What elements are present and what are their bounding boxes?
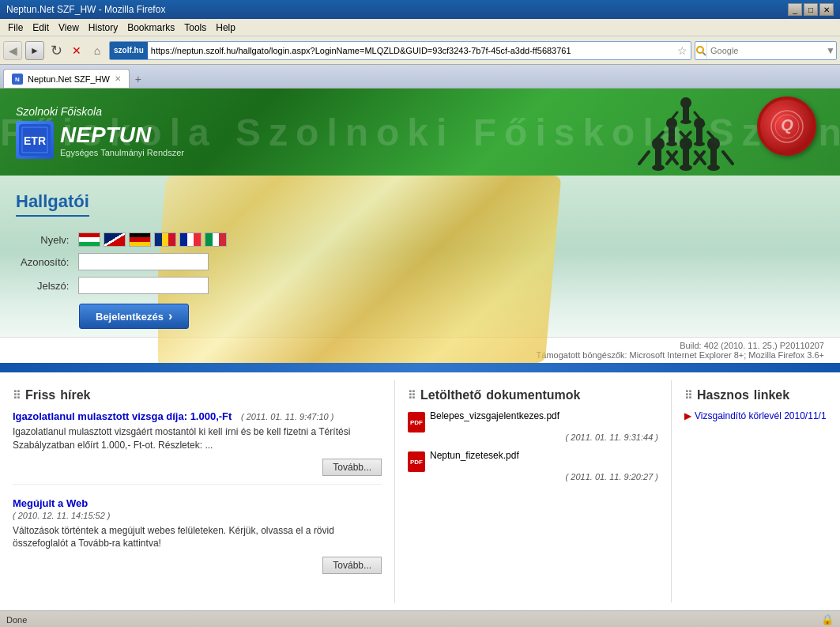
- svg-line-10: [639, 152, 649, 164]
- wave-divider: [0, 363, 840, 372]
- news-item-1: Igazolatlanul mulasztott vizsga díja: 1.…: [13, 410, 382, 485]
- doc-1-name[interactable]: Belepes_vizsgajelentkezes.pdf: [430, 410, 559, 423]
- news-section-title: ⠿ Friss hírek: [13, 388, 382, 402]
- flag-it[interactable]: [205, 232, 227, 247]
- new-tab-button[interactable]: +: [130, 70, 147, 88]
- news-item-2-date: ( 2010. 12. 11. 14:15:52 ): [13, 511, 111, 520]
- menu-help[interactable]: Help: [211, 21, 240, 35]
- svg-rect-28: [696, 127, 703, 144]
- header-banner: Főiskola Szolnoki Főiskola Szolnoki Főis…: [0, 89, 840, 176]
- azonosito-input[interactable]: [78, 253, 209, 270]
- docs-section-title: ⠿ Letölthető dokumentumok: [408, 388, 658, 402]
- url-badge: szolf.hu: [110, 42, 148, 59]
- main-content: Főiskola Szolnoki Főiskola Szolnoki Főis…: [0, 89, 840, 610]
- back-button[interactable]: ◀: [3, 41, 22, 60]
- flag-fr[interactable]: [179, 232, 202, 247]
- doc-item-1: PDF Belepes_vizsgajelentkezes.pdf ( 2011…: [408, 410, 658, 442]
- docs-icon: ⠿: [408, 389, 416, 402]
- close-button[interactable]: ✕: [819, 3, 834, 16]
- svg-point-0: [697, 47, 703, 53]
- news-title-plain: Friss: [25, 388, 55, 402]
- tab-close-button[interactable]: ✕: [115, 74, 121, 83]
- links-section-title: ⠿ Hasznos linkek: [684, 388, 827, 402]
- news-item-2-more-button[interactable]: Tovább...: [322, 557, 382, 574]
- doc-item-2: PDF Neptun_fizetesek.pdf ( 2011. 01. 11.…: [408, 450, 658, 482]
- jelszo-cell: [73, 274, 232, 297]
- svg-rect-18: [710, 148, 717, 168]
- jelszo-row: Jelszó:: [16, 274, 232, 297]
- login-button-label: Bejelentkezés: [96, 311, 164, 323]
- url-bar: szolf.hu ☆: [109, 41, 691, 60]
- search-input[interactable]: [707, 46, 823, 55]
- bottom-content: ⠿ Friss hírek Igazolatlanul mulasztott v…: [0, 372, 840, 610]
- svg-line-21: [723, 152, 733, 164]
- svg-point-9: [652, 138, 665, 150]
- doc-1-date: ( 2011. 01. 11. 9:31:44 ): [408, 432, 658, 442]
- flag-uk[interactable]: [104, 232, 126, 247]
- active-tab[interactable]: N Neptun.Net SZF_HW ✕: [3, 69, 130, 88]
- url-input[interactable]: [148, 46, 674, 55]
- news-item-1-more-button[interactable]: Tovább...: [322, 459, 382, 476]
- news-item-2-title[interactable]: Megújult a Web: [13, 497, 88, 509]
- neptun-logo: ETR NEPTUN Egységes Tanulmányi Rendszer: [16, 121, 184, 159]
- login-form-area: Hallgatói Nyelv:: [16, 191, 379, 329]
- people-figure-icon: [635, 89, 761, 176]
- bookmark-star-icon[interactable]: ☆: [674, 44, 691, 57]
- menu-tools[interactable]: Tools: [179, 21, 211, 35]
- home-button[interactable]: ⌂: [89, 42, 106, 59]
- lock-icon: 🔒: [821, 614, 834, 625]
- login-title: Hallgatói: [16, 191, 89, 217]
- flag-ro[interactable]: [154, 232, 176, 247]
- neptun-logo-icon: ETR: [16, 121, 54, 159]
- svg-rect-23: [669, 127, 675, 144]
- menu-bar: File Edit View History Bookmarks Tools H…: [0, 19, 840, 36]
- neptun-title: NEPTUN: [60, 123, 184, 148]
- search-go-icon[interactable]: ▼: [823, 45, 838, 56]
- stop-button[interactable]: ✕: [68, 42, 85, 59]
- menu-edit[interactable]: Edit: [28, 21, 54, 35]
- menu-file[interactable]: File: [3, 21, 28, 35]
- azonosito-cell: [73, 250, 232, 274]
- azonosito-row: Azonosító:: [16, 250, 232, 274]
- doc-2-name[interactable]: Neptun_fizetesek.pdf: [430, 450, 519, 463]
- svg-rect-13: [683, 148, 689, 168]
- flag-de[interactable]: [129, 232, 151, 247]
- forward-button[interactable]: ►: [25, 41, 44, 60]
- logo-area: Szolnoki Főiskola ETR NEPTUN Egységes Ta…: [0, 97, 200, 167]
- link-1-label: Vizsgaindító körlevél 2010/11/1: [695, 410, 827, 421]
- menu-view[interactable]: View: [54, 21, 84, 35]
- svg-text:N: N: [15, 76, 20, 83]
- news-item-1-title[interactable]: Igazolatlanul mulasztott vizsga díja: 1.…: [13, 410, 232, 422]
- menu-bookmarks[interactable]: Bookmarks: [122, 21, 179, 35]
- news-title-bold: hírek: [60, 388, 90, 402]
- doc-1-row: PDF Belepes_vizsgajelentkezes.pdf: [408, 410, 658, 432]
- news-section: ⠿ Friss hírek Igazolatlanul mulasztott v…: [0, 380, 395, 602]
- links-icon: ⠿: [684, 389, 692, 402]
- menu-history[interactable]: History: [84, 21, 122, 35]
- login-button[interactable]: Bejelentkezés ›: [79, 304, 189, 329]
- window-title: Neptun.Net SZF_HW - Mozilla Firefox: [6, 4, 165, 15]
- refresh-button[interactable]: ↻: [47, 42, 65, 59]
- tab-label: Neptun.Net SZF_HW: [28, 74, 110, 84]
- docs-title-plain: Letölthető: [420, 388, 481, 402]
- maximize-button[interactable]: □: [804, 3, 818, 16]
- links-section: ⠿ Hasznos linkek ▶ Vizsgaindító körlevél…: [672, 380, 840, 602]
- docs-title-bold: dokumentumok: [486, 388, 580, 402]
- jelszo-input[interactable]: [78, 277, 209, 294]
- minimize-button[interactable]: _: [788, 3, 802, 16]
- link-item-1[interactable]: ▶ Vizsgaindító körlevél 2010/11/1: [684, 410, 827, 421]
- nyelv-label: Nyelv:: [16, 229, 73, 250]
- tab-bar: N Neptun.Net SZF_HW ✕ +: [0, 65, 840, 89]
- doc-2-date: ( 2011. 01. 11. 9:20:27 ): [408, 472, 658, 482]
- neptun-subtitle: Egységes Tanulmányi Rendszer: [60, 148, 184, 157]
- flag-hu[interactable]: [78, 232, 100, 247]
- flag-cell: [73, 229, 232, 250]
- login-form: Nyelv:: [16, 229, 232, 297]
- links-title-plain: Hasznos: [697, 388, 749, 402]
- language-row: Nyelv:: [16, 229, 232, 250]
- news-item-1-text: Igazolatlanul mulasztott vizsgáért mosta…: [13, 425, 382, 452]
- page-body: Hallgatói Nyelv:: [0, 176, 840, 610]
- news-item-1-date: ( 2011. 01. 11. 9:47:10 ): [241, 412, 333, 421]
- language-flags: [78, 232, 227, 247]
- address-bar: ◀ ► ↻ ✕ ⌂ szolf.hu ☆ ▼: [0, 36, 840, 65]
